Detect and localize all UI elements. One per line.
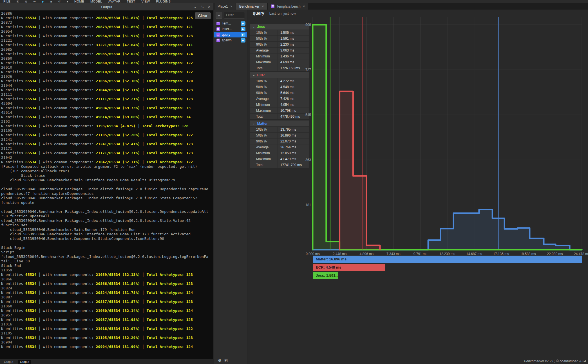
stats-row: Total17741.709 ms bbox=[250, 162, 309, 168]
log-line-count: 21016 bbox=[1, 322, 213, 327]
svg-text:0.000 ms: 0.000 ms bbox=[306, 252, 319, 256]
stat-label: Minimum bbox=[250, 102, 278, 108]
log-line-error: ---- Stack trace ---- bbox=[1, 173, 213, 178]
output-panel-controls: ⌄⤡✕ bbox=[194, 3, 211, 10]
svg-text:24.478 ms: 24.478 ms bbox=[574, 252, 588, 256]
output-tab[interactable]: Output bbox=[18, 360, 31, 364]
log-line-count: 20957 bbox=[1, 313, 213, 318]
stats-section-header[interactable]: ⌄Matter bbox=[250, 120, 309, 126]
stat-label: 90th % bbox=[250, 139, 278, 144]
clear-button[interactable]: Clear bbox=[195, 12, 211, 19]
svg-text:9.791 ms: 9.791 ms bbox=[413, 252, 427, 256]
stat-value: 7.426 ms bbox=[278, 96, 309, 102]
stat-value: 4778.496 ms bbox=[278, 114, 309, 119]
menu-item-plugins[interactable]: PLUGINS bbox=[156, 0, 171, 3]
stop-icon[interactable]: ■ bbox=[50, 0, 52, 3]
log-line-entities: N entities 65534 │ with common component… bbox=[1, 43, 213, 47]
menu-item-home[interactable]: HOME bbox=[74, 0, 84, 3]
stat-label: 10th % bbox=[250, 30, 278, 35]
tab-close-icon[interactable]: ✕ bbox=[261, 5, 264, 8]
menu-item-model[interactable]: MODEL bbox=[90, 0, 102, 3]
tab-template-bench[interactable]: Template.bench✕ bbox=[268, 3, 308, 10]
log-line-entities: N entities 65534 │ with common component… bbox=[1, 115, 213, 119]
menu-item-view[interactable]: VIEW bbox=[141, 0, 150, 3]
stat-label: 90th % bbox=[250, 42, 278, 47]
benchmark-item-label: Tem... bbox=[222, 21, 231, 25]
stat-value: 5.644 ms bbox=[278, 90, 309, 96]
stat-value: 1.591 ms bbox=[278, 36, 309, 41]
log-line-entities: N entities 65534 │ with common component… bbox=[1, 142, 213, 146]
stat-label: 50th % bbox=[250, 84, 278, 90]
log-line-error: tal', Line 30 bbox=[1, 259, 213, 263]
benchmark-item-query[interactable]: query▶ bbox=[214, 32, 247, 37]
settings-gear-icon[interactable]: ⚙ bbox=[218, 358, 222, 363]
menu-item-avatar[interactable]: AVATAR bbox=[108, 0, 121, 3]
stats-row: 90th %22.070 ms bbox=[250, 138, 309, 144]
log-line-entities: N entities 65534 │ with common component… bbox=[1, 336, 213, 340]
stat-value: 13.795 ms bbox=[278, 127, 309, 132]
stats-row: Minimum1.436 ms bbox=[250, 53, 309, 59]
log-line-count: 20887 bbox=[1, 295, 213, 300]
paste-icon[interactable]: ⎘ bbox=[17, 0, 19, 3]
log-line-error: (ID: computedCallbackError) bbox=[1, 169, 213, 173]
run-benchmark-button[interactable]: ▶ bbox=[241, 33, 245, 37]
log-line-count: 21059 bbox=[1, 268, 213, 273]
tab-close-icon[interactable]: ✕ bbox=[303, 5, 305, 8]
stats-row: 10th %13.795 ms bbox=[250, 126, 309, 132]
svg-text:22.030 ms: 22.030 ms bbox=[547, 252, 563, 256]
stat-label: Maximum bbox=[250, 156, 278, 162]
log-line-error: cloud_5853950046.Benchmarker.Components.… bbox=[1, 236, 213, 241]
benchmark-item-Tem[interactable]: Tem...▶ bbox=[214, 21, 247, 26]
menu-item-file[interactable]: FILE bbox=[3, 0, 10, 3]
stat-label: Minimum bbox=[250, 150, 278, 156]
stats-section-title: Jecs bbox=[257, 25, 265, 29]
tab-label: Template.bench bbox=[277, 5, 301, 8]
log-line-count: 20824 bbox=[1, 286, 213, 291]
log-line-entities: N entities 65534 │ with common component… bbox=[1, 273, 213, 277]
run-benchmark-button[interactable]: ▶ bbox=[241, 38, 245, 43]
close-icon[interactable]: ✕ bbox=[208, 5, 211, 9]
log-line-count: 20886 bbox=[1, 11, 213, 16]
caret-down-icon[interactable]: ▾ bbox=[67, 0, 68, 3]
add-benchmark-button[interactable]: + bbox=[216, 12, 222, 19]
stat-value: 1726.163 ms bbox=[278, 65, 309, 71]
log-line-error: pendencies:47 function captureDependenci… bbox=[1, 191, 213, 196]
benchmark-item-spawn[interactable]: spawn▶ bbox=[214, 37, 247, 43]
tab-benchmarker[interactable]: Benchmarker✕ bbox=[236, 3, 267, 10]
log-line-entities: N entities 65534 │ with common component… bbox=[1, 291, 213, 295]
log-line-count: 21036 bbox=[1, 74, 213, 79]
float-icon[interactable]: ⤡ bbox=[201, 5, 204, 9]
undo-icon[interactable]: ↺ bbox=[58, 0, 61, 3]
stats-section-header[interactable]: ⌄Jecs bbox=[250, 24, 309, 30]
log-line-entities: N entities 65534 │ with common component… bbox=[1, 151, 213, 155]
stat-value: 10.798 ms bbox=[278, 108, 309, 113]
svg-text:4.896 ms: 4.896 ms bbox=[360, 252, 374, 256]
stat-value: 41.479 ms bbox=[278, 156, 309, 162]
stat-value: 1.505 ms bbox=[278, 30, 309, 35]
play-icon[interactable]: ▶ bbox=[42, 0, 44, 3]
menu-item-test[interactable]: TEST bbox=[127, 0, 135, 3]
redo-icon[interactable]: ↪ bbox=[33, 0, 35, 3]
stats-row: Average26.764 ms bbox=[250, 144, 309, 150]
sidebar-toolbar: + bbox=[214, 10, 247, 21]
filter-input[interactable] bbox=[224, 12, 245, 19]
tab-close-icon[interactable]: ✕ bbox=[230, 5, 232, 8]
stats-row: Maximum4.690 ms bbox=[250, 59, 309, 65]
copy-icon[interactable]: ⧉ bbox=[25, 0, 27, 3]
log-line-count: 45614 bbox=[1, 110, 213, 115]
stats-row: Total4778.496 ms bbox=[250, 113, 309, 119]
menubar: FILE⎘⧉↪▶■↺▾HOMEMODELAVATARTESTVIEWPLUGIN… bbox=[0, 0, 588, 3]
benchmark-item-inser[interactable]: inser...▶ bbox=[214, 26, 247, 32]
run-benchmark-button[interactable]: ▶ bbox=[241, 27, 245, 31]
stat-label: 50th % bbox=[250, 133, 278, 138]
stats-section-header[interactable]: ⌄ECR bbox=[250, 72, 309, 78]
benchmark-item-label: inser... bbox=[222, 27, 232, 31]
tab-place1[interactable]: Place1✕ bbox=[214, 3, 236, 10]
docs-icon[interactable]: ⎗ bbox=[225, 358, 228, 363]
log-line-count: 20904 bbox=[1, 340, 213, 345]
collapse-icon[interactable]: ⌄ bbox=[194, 5, 196, 9]
output-tab[interactable]: Output bbox=[2, 360, 15, 364]
benchmark-list: Tem...▶inser...▶query▶spawn▶ bbox=[214, 21, 247, 43]
run-benchmark-button[interactable]: ▶ bbox=[241, 21, 245, 26]
stats-row: 90th %5.644 ms bbox=[250, 90, 309, 96]
